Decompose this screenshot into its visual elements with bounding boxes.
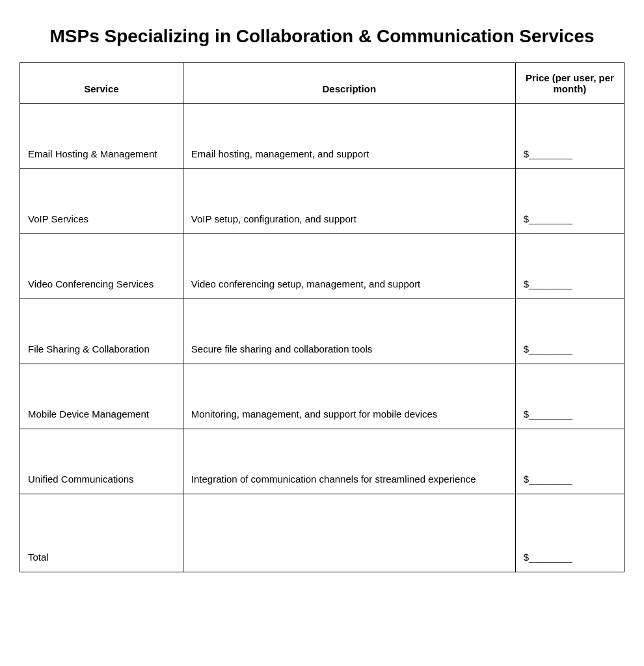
total-label: Total [20, 494, 183, 572]
price-value: $________ [524, 473, 572, 485]
price-value: $________ [524, 408, 572, 420]
cell-service: Unified Communications [20, 429, 183, 494]
cell-description: VoIP setup, configuration, and support [183, 169, 515, 234]
table-row: Email Hosting & ManagementEmail hosting,… [20, 104, 624, 169]
cell-description: Integration of communication channels fo… [183, 429, 515, 494]
header-service: Service [20, 63, 183, 104]
page-title: MSPs Specializing in Collaboration & Com… [20, 26, 624, 47]
cell-price: $________ [515, 429, 624, 494]
cell-description: Monitoring, management, and support for … [183, 364, 515, 429]
cell-price: $________ [515, 169, 624, 234]
page-container: MSPs Specializing in Collaboration & Com… [13, 13, 631, 585]
price-value: $________ [524, 343, 572, 354]
cell-description: Email hosting, management, and support [183, 104, 515, 169]
total-price: $________ [515, 494, 624, 572]
price-value: $________ [524, 148, 572, 159]
table-row: VoIP ServicesVoIP setup, configuration, … [20, 169, 624, 234]
total-description-empty [183, 494, 515, 572]
cell-service: VoIP Services [20, 169, 183, 234]
table-row: Unified CommunicationsIntegration of com… [20, 429, 624, 494]
table-row: File Sharing & CollaborationSecure file … [20, 299, 624, 364]
cell-price: $________ [515, 299, 624, 364]
price-value: $________ [524, 213, 572, 224]
cell-service: File Sharing & Collaboration [20, 299, 183, 364]
table-row: Mobile Device ManagementMonitoring, mana… [20, 364, 624, 429]
cell-price: $________ [515, 364, 624, 429]
cell-service: Email Hosting & Management [20, 104, 183, 169]
cell-description: Secure file sharing and collaboration to… [183, 299, 515, 364]
cell-price: $________ [515, 104, 624, 169]
cell-description: Video conferencing setup, management, an… [183, 234, 515, 299]
total-row: Total$________ [20, 494, 624, 572]
services-table: Service Description Price (per user, per… [20, 62, 624, 572]
cell-service: Mobile Device Management [20, 364, 183, 429]
cell-price: $________ [515, 234, 624, 299]
table-row: Video Conferencing ServicesVideo confere… [20, 234, 624, 299]
total-price-value: $________ [524, 552, 572, 563]
header-price: Price (per user, per month) [515, 63, 624, 104]
cell-service: Video Conferencing Services [20, 234, 183, 299]
table-header-row: Service Description Price (per user, per… [20, 63, 624, 104]
price-value: $________ [524, 278, 572, 289]
header-description: Description [183, 63, 515, 104]
